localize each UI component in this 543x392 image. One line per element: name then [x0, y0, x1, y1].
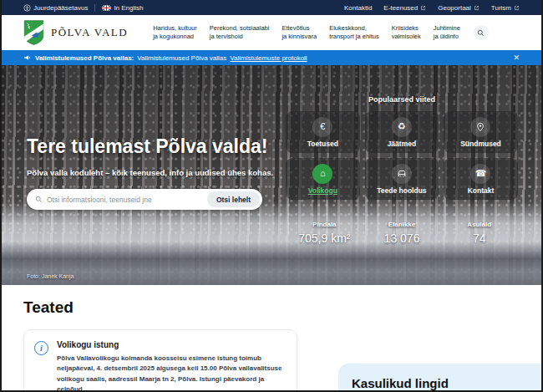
announcement-link[interactable]: Valimistulemuste protokoll [230, 54, 307, 62]
announcement-label: Valimistulemused Põlva vallas: [35, 54, 134, 62]
language-switch[interactable]: In English [102, 4, 143, 12]
photo-credit: Foto: Janek Kanja [27, 273, 74, 279]
landmark-icon: ⌂ [312, 164, 332, 184]
notice-text: Põlva Vallavolikogu kolmanda koosseisu e… [57, 354, 285, 392]
main-nav: Haridus, kultuurja kogukonnad Perekond, … [153, 24, 460, 42]
nav-kriisideks[interactable]: Kriisideksvalmisolek [392, 24, 421, 42]
nav-haridus[interactable]: Haridus, kultuurja kogukonnad [153, 24, 197, 42]
notice-card[interactable]: i Volikogu istung Põlva Vallavolikogu ko… [23, 329, 297, 392]
megaphone-icon [23, 53, 32, 62]
recycle-icon: ♻ [392, 117, 412, 137]
page: Juurdepääsetavus In English Kontaktid E-… [0, 0, 543, 392]
accessibility-label: Juurdepääsetavus [33, 4, 88, 12]
site-header: PÕLVA VALD Haridus, kultuurja kogukonnad… [2, 15, 541, 50]
topbar-link-turism[interactable]: Turism [491, 4, 520, 12]
popular-links-title: Populaarsed viited [286, 95, 518, 104]
language-label: In English [114, 4, 143, 12]
tile-kontakt[interactable]: ☎ Kontakt [444, 158, 518, 200]
tile-volikogu[interactable]: ⌂ Volikogu [286, 158, 360, 200]
announcement-bar: Valimistulemused Põlva vallas: Valimistu… [2, 50, 541, 65]
topbar-link-kontaktid[interactable]: Kontaktid [344, 4, 372, 12]
coat-of-arms-icon [23, 20, 44, 45]
popular-links: Populaarsed viited € Toetused ♻ Jäätmed … [286, 95, 518, 200]
announcement-text: Valimistulemused Põlva vallas [137, 54, 226, 62]
nav-ettevotlus[interactable]: Ettevõtlusja kinnisvara [282, 24, 317, 42]
section-title-teated: Teated [23, 298, 520, 317]
site-logo[interactable]: PÕLVA VALD [23, 20, 128, 45]
municipality-stats: Pindala 705,9 km² Elanikke 13 076 Asulai… [286, 221, 518, 245]
info-icon: i [34, 341, 48, 355]
euro-icon: € [312, 117, 332, 137]
stat-elanikke: Elanikke 13 076 [363, 221, 441, 245]
useful-links-title: Kasulikud lingid [352, 376, 543, 390]
content-section: Teated i Volikogu istung Põlva Vallavoli… [2, 285, 541, 392]
accessibility-link[interactable]: Juurdepääsetavus [23, 4, 88, 12]
logo-title: PÕLVA VALD [51, 26, 128, 39]
nav-elukeskkond[interactable]: Elukeskkond,transport ja ehitus [329, 24, 379, 42]
uk-flag-icon [102, 5, 111, 11]
map-pin-icon [470, 117, 490, 137]
top-utility-bar: Juurdepääsetavus In English Kontaktid E-… [2, 0, 541, 15]
close-icon[interactable]: ✕ [513, 53, 520, 62]
search-icon [35, 196, 43, 203]
hero-search-bar: Otsi lehelt [27, 189, 262, 210]
notice-title: Volikogu istung [57, 340, 285, 349]
external-link-icon [420, 5, 426, 11]
hero-title: Tere tulemast Põlva valda! [27, 135, 267, 158]
tile-grid: € Toetused ♻ Jäätmed Sündmused ⌂ Volikog… [286, 111, 518, 200]
nav-search-button[interactable] [474, 25, 489, 40]
topbar-link-eteenused[interactable]: E-teenused [383, 4, 426, 12]
external-link-icon [514, 5, 520, 11]
external-link-icon [474, 5, 480, 11]
topbar-link-geoportaal[interactable]: Geoportaal [438, 4, 480, 12]
stat-asulaid: Asulaid 74 [440, 221, 518, 245]
hero-search-input[interactable] [47, 196, 207, 204]
nav-perekond[interactable]: Perekond, sotsiaalabija tervishoid [210, 24, 270, 42]
search-icon [477, 29, 485, 37]
useful-links-panel: Kasulikud lingid [338, 364, 543, 392]
tile-toetused[interactable]: € Toetused [286, 111, 360, 153]
hero-section: Tere tulemast Põlva valda! Põlva valla k… [2, 65, 541, 285]
truck-icon [392, 164, 412, 184]
phone-icon: ☎ [470, 164, 490, 184]
nav-juhtimine[interactable]: Juhtimineja üldinfo [434, 24, 460, 42]
stat-pindala: Pindala 705,9 km² [286, 221, 363, 245]
topbar-divider [94, 4, 95, 12]
accessibility-icon [23, 4, 31, 12]
tile-sundmused[interactable]: Sündmused [444, 111, 518, 153]
tile-teede-hooldus[interactable]: Teede hooldus [365, 158, 439, 200]
hero-subtitle: Põlva valla koduleht – kõik teenused, in… [27, 168, 273, 177]
hero-search-button[interactable]: Otsi lehelt [207, 191, 260, 207]
tile-jaatmed[interactable]: ♻ Jäätmed [365, 111, 439, 153]
